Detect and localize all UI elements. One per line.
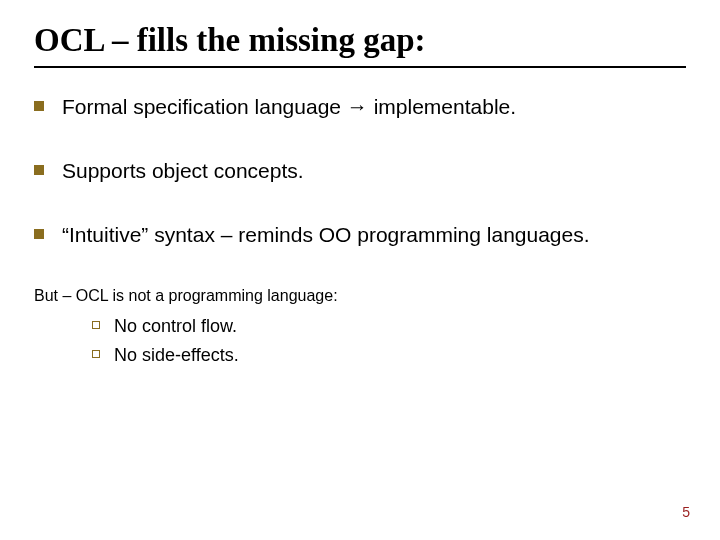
bullet-text: Supports object concepts. [62, 158, 304, 184]
bullet-text: Formal specification language → implemen… [62, 94, 516, 120]
sub-bullet-text: No side-effects. [114, 344, 239, 367]
square-bullet-icon [34, 101, 44, 111]
slide-title: OCL – fills the missing gap: [34, 22, 686, 60]
bullet-list: Formal specification language → implemen… [34, 94, 686, 368]
list-item: “Intuitive” syntax – reminds OO programm… [34, 222, 686, 248]
sub-bullet-list: No control flow. No side-effects. [92, 315, 686, 368]
hollow-square-bullet-icon [92, 350, 100, 358]
list-item: No control flow. [92, 315, 686, 338]
page-number: 5 [682, 504, 690, 520]
title-underline [34, 66, 686, 68]
sub-bullet-text: No control flow. [114, 315, 237, 338]
slide: OCL – fills the missing gap: Formal spec… [0, 0, 720, 540]
list-item: No side-effects. [92, 344, 686, 367]
list-item: Formal specification language → implemen… [34, 94, 686, 120]
bullet-text: “Intuitive” syntax – reminds OO programm… [62, 222, 590, 248]
square-bullet-icon [34, 229, 44, 239]
hollow-square-bullet-icon [92, 321, 100, 329]
square-bullet-icon [34, 165, 44, 175]
list-item: Supports object concepts. [34, 158, 686, 184]
bullet-text: But – OCL is not a programming language: [34, 287, 338, 305]
list-item: But – OCL is not a programming language:… [34, 287, 686, 368]
